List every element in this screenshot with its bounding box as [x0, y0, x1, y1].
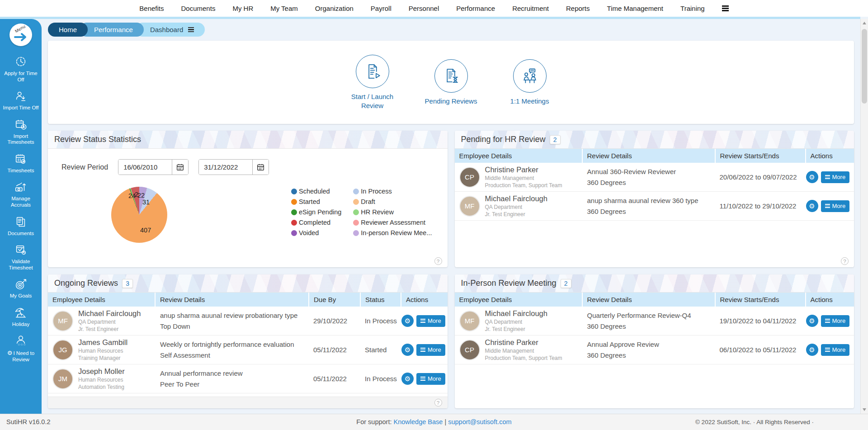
document-play-icon: [363, 62, 382, 81]
table-row: CP Christine Parker Middle Management Pr…: [455, 163, 854, 192]
sidebar-item-validate-timesheet[interactable]: Validate Timesheet: [0, 243, 42, 271]
scroll-down-arrow[interactable]: [863, 408, 866, 411]
support-email-link[interactable]: support@sutisoft.com: [448, 418, 511, 425]
calendar-icon[interactable]: [252, 160, 269, 175]
sidebar-item-holiday[interactable]: Holiday: [0, 306, 42, 328]
nav-personnel[interactable]: Personnel: [409, 5, 439, 12]
pie-label-inperson: 22: [137, 192, 145, 199]
row-settings-button[interactable]: ⚙: [401, 344, 414, 356]
row-settings-button[interactable]: ⚙: [806, 171, 818, 183]
vertical-scrollbar[interactable]: [860, 19, 868, 414]
sidebar-item-apply-time-off[interactable]: Apply for Time Off: [0, 55, 42, 83]
help-icon[interactable]: ?: [841, 257, 849, 265]
row-more-button[interactable]: More: [416, 373, 445, 385]
row-more-button[interactable]: More: [821, 344, 850, 356]
nav-hamburger-icon[interactable]: [722, 4, 729, 12]
in-person-review-meeting-panel: In-Person Review Meeting 2 Employee Deta…: [455, 274, 854, 408]
copyright-text: © 2022 SutiSoft, Inc. · All Rights Reser…: [695, 419, 814, 425]
nav-payroll[interactable]: Payroll: [371, 5, 392, 12]
knowledge-base-link[interactable]: Knowledge Base: [394, 418, 443, 425]
employee-name: Joseph Moller: [78, 367, 125, 376]
gear-icon: ⚙: [7, 350, 13, 356]
calendar-icon[interactable]: [172, 160, 188, 175]
nav-training[interactable]: Training: [680, 5, 705, 12]
sidebar-item-import-timesheets[interactable]: Import Timesheets: [0, 118, 42, 146]
legend-esign-pending: eSign Pending: [291, 208, 341, 216]
sidebar-label: Manage Accruals: [0, 196, 42, 208]
date-to-field: [198, 159, 269, 175]
row-more-button[interactable]: More: [821, 315, 850, 327]
row-more-button[interactable]: More: [416, 315, 445, 327]
date-to-input[interactable]: [199, 160, 252, 175]
row-more-button[interactable]: More: [821, 200, 850, 212]
panel-header: Review Status Statistics: [48, 131, 448, 149]
row-settings-button[interactable]: ⚙: [806, 344, 818, 356]
count-badge: 3: [122, 279, 133, 288]
status-text: Started: [361, 346, 401, 354]
panel-footer-strip: ?: [48, 397, 448, 408]
nav-organization[interactable]: Organization: [315, 5, 354, 12]
sidebar: Menu Apply for Time Off Import Time Off …: [0, 19, 42, 414]
date-from-input[interactable]: [118, 160, 172, 175]
table-row: CP Christine Parker Middle Management Pr…: [455, 335, 854, 364]
quick-action-start-launch-review[interactable]: Start / Launch Review: [340, 55, 406, 110]
quick-action-pending-reviews[interactable]: Pending Reviews: [418, 59, 484, 106]
employee-name: Michael Fairclough: [485, 309, 547, 318]
review-period-label: Review Period: [61, 163, 108, 171]
review-status-statistics-panel: Review Status Statistics Review Period: [48, 131, 448, 267]
row-settings-button[interactable]: ⚙: [401, 315, 414, 327]
table-header: Employee DetailsReview DetailsReview Sta…: [455, 293, 854, 307]
footer: SutiHR v16.0.2 For support: Knowledge Ba…: [0, 414, 868, 430]
avatar: JG: [52, 340, 73, 360]
status-text: In Process: [361, 317, 401, 325]
more-bars-icon: [420, 318, 425, 324]
nav-time-management[interactable]: Time Management: [607, 5, 664, 12]
sidebar-item-my-goals[interactable]: My Goals: [0, 278, 42, 299]
row-more-button[interactable]: More: [416, 344, 445, 356]
sidebar-item-manage-accruals[interactable]: Manage Accruals: [0, 180, 42, 208]
breadcrumb: Home Performance Dashboard: [48, 23, 854, 37]
sidebar-label: Apply for Time Off: [0, 71, 42, 83]
nav-performance[interactable]: Performance: [456, 5, 495, 12]
quick-action-1-1-meetings[interactable]: 1:1 Meetings: [497, 59, 563, 106]
legend-voided: Voided: [291, 229, 341, 236]
nav-benefits[interactable]: Benefits: [139, 5, 164, 12]
panel-header: Ongoing Reviews 3: [48, 274, 448, 293]
calendar-check-icon: [14, 243, 28, 257]
scroll-up-arrow[interactable]: [863, 22, 866, 24]
nav-my-team[interactable]: My Team: [270, 5, 298, 12]
sidebar-label: Validate Timesheet: [0, 259, 42, 271]
nav-reports[interactable]: Reports: [566, 5, 590, 12]
legend-completed: Completed: [291, 219, 341, 226]
sidebar-item-timesheets[interactable]: Timesheets: [0, 152, 42, 174]
row-more-button[interactable]: More: [821, 171, 850, 183]
legend-hr-review: HR Review: [353, 208, 432, 216]
breadcrumb-performance[interactable]: Performance: [80, 23, 144, 37]
review-status-pie-chart: 24 2 22 31 407: [111, 187, 167, 243]
nav-recruitment[interactable]: Recruitment: [512, 5, 549, 12]
sidebar-item-documents[interactable]: Documents: [0, 215, 42, 237]
sidebar-item-i-need-to-review[interactable]: ☆☆☆ ⚙I Need to Review: [0, 334, 42, 363]
scrollbar-thumb[interactable]: [862, 29, 867, 104]
breadcrumb-dashboard[interactable]: Dashboard: [136, 23, 205, 37]
row-settings-button[interactable]: ⚙: [401, 373, 414, 385]
table-row: MF Michael Fairclough QA Department Jr. …: [48, 307, 448, 335]
sidebar-label: My Goals: [9, 293, 33, 299]
avatar: CP: [459, 167, 480, 188]
breadcrumb-home[interactable]: Home: [48, 23, 88, 37]
pie-label-inprocess: 31: [142, 198, 150, 206]
nav-documents[interactable]: Documents: [181, 5, 216, 12]
menu-button[interactable]: Menu: [9, 24, 32, 46]
sidebar-item-import-time-off[interactable]: Import Time Off: [0, 90, 42, 111]
help-icon[interactable]: ?: [434, 257, 442, 265]
more-bars-icon: [825, 347, 830, 353]
row-settings-button[interactable]: ⚙: [806, 315, 818, 327]
more-bars-icon: [420, 347, 425, 353]
help-icon[interactable]: ?: [434, 399, 442, 406]
breadcrumb-dashboard-label: Dashboard: [150, 26, 183, 33]
breadcrumb-menu-icon[interactable]: [188, 26, 194, 33]
pending-hr-review-panel: Pending for HR Review 2 Employee Details…: [455, 131, 854, 267]
nav-my-hr[interactable]: My HR: [232, 5, 253, 12]
sidebar-label: Holiday: [11, 321, 30, 328]
row-settings-button[interactable]: ⚙: [806, 200, 818, 212]
